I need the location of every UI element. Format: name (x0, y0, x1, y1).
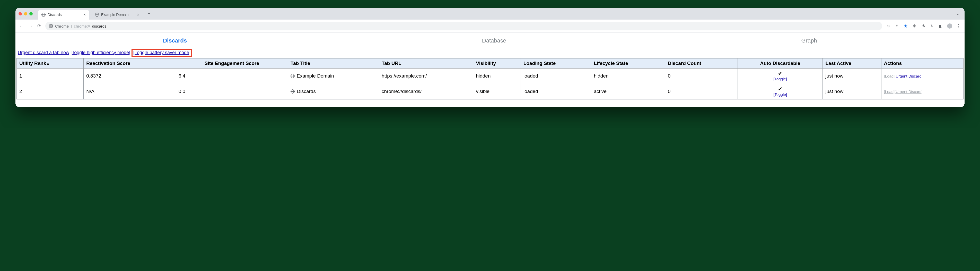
cell-actions: [Load][Urgent Discard] (881, 84, 963, 99)
close-tab-icon[interactable]: × (83, 12, 86, 17)
cell-loading: loaded (520, 69, 591, 84)
toolbar: ← → ⟳ Chrome | chrome://discards ⊕ ⇪ ★ ✥… (16, 19, 964, 33)
col-discard-count[interactable]: Discard Count (665, 59, 738, 69)
subnav-discards[interactable]: Discards (163, 37, 187, 44)
toggle-efficiency-link[interactable]: [Toggle high efficiency mode] (70, 50, 130, 55)
browser-window: Discards × Example Domain × + ⌄ ← → ⟳ Ch… (16, 8, 964, 107)
back-button[interactable]: ← (19, 24, 24, 29)
col-loading-state[interactable]: Loading State (520, 59, 591, 69)
cell-loading: loaded (520, 84, 591, 99)
reload-button[interactable]: ⟳ (37, 23, 42, 29)
urgent-discard-link[interactable]: [Urgent discard a tab now] (16, 50, 70, 55)
page-content: Discards Database Graph [Urgent discard … (16, 33, 964, 107)
bookmark-star-icon[interactable]: ★ (903, 24, 908, 28)
cell-tab-title: Discards (288, 84, 379, 99)
col-actions[interactable]: Actions (881, 59, 963, 69)
close-tab-icon[interactable]: × (137, 12, 139, 17)
extensions-icon[interactable]: ✥ (912, 24, 917, 28)
cell-last-active: just now (823, 84, 881, 99)
omnibox[interactable]: Chrome | chrome://discards (45, 22, 882, 30)
omnibox-separator: | (71, 24, 72, 28)
close-window-icon[interactable] (19, 12, 22, 16)
omnibox-path-dim: chrome:// (74, 24, 90, 28)
toggle-discardable-link[interactable]: [Toggle] (773, 92, 787, 97)
menu-dots-icon[interactable]: ⋮ (956, 24, 961, 28)
chrome-icon (49, 24, 53, 28)
cell-reactivation: 0.8372 (84, 69, 176, 84)
cell-visibility: hidden (473, 69, 520, 84)
check-icon: ✔ (740, 70, 820, 76)
globe-icon (291, 89, 295, 94)
window-controls (19, 12, 33, 16)
col-site-engagement[interactable]: Site Engagement Score (176, 59, 288, 69)
cell-lifecycle: hidden (591, 69, 665, 84)
col-visibility[interactable]: Visibility (473, 59, 520, 69)
cell-rank: 1 (17, 69, 84, 84)
col-tab-url[interactable]: Tab URL (379, 59, 473, 69)
table-row: 2 N/A 0.0 Discards chrome://discards/ vi… (17, 84, 964, 99)
col-reactivation-score[interactable]: Reactivation Score (84, 59, 176, 69)
profile-avatar-icon[interactable] (947, 24, 952, 29)
cell-actions: [Load][Urgent Discard] (881, 69, 963, 84)
col-last-active[interactable]: Last Active (823, 59, 881, 69)
cell-engagement: 6.4 (176, 69, 288, 84)
highlight-box: [Toggle battery saver mode] (132, 49, 192, 57)
forward-button[interactable]: → (28, 24, 33, 29)
share-icon[interactable]: ⇪ (894, 24, 899, 28)
col-tab-title[interactable]: Tab Title (288, 59, 379, 69)
cell-auto-discardable: ✔ [Toggle] (738, 69, 823, 84)
cell-last-active: just now (823, 69, 881, 84)
globe-icon (95, 13, 99, 17)
subnav: Discards Database Graph (16, 33, 964, 49)
side-panel-icon[interactable]: ◧ (938, 24, 943, 28)
urgent-discard-action-link[interactable]: [Urgent Discard] (894, 74, 922, 78)
globe-icon (291, 74, 295, 78)
minimize-window-icon[interactable] (24, 12, 27, 16)
col-label: Utility Rank (19, 61, 46, 66)
cell-lifecycle: active (591, 84, 665, 99)
cell-url: https://example.com/ (379, 69, 473, 84)
col-utility-rank[interactable]: Utility Rank▲ (17, 59, 84, 69)
new-tab-button[interactable]: + (145, 11, 153, 17)
zoom-icon[interactable]: ⊕ (886, 24, 891, 28)
omnibox-path-strong: discards (92, 24, 107, 28)
top-action-links: [Urgent discard a tab now][Toggle high e… (16, 49, 964, 58)
urgent-discard-action-link: [Urgent Discard] (894, 89, 922, 94)
tab-title-text: Discards (297, 89, 316, 94)
table-row: 1 0.8372 6.4 Example Domain https://exam… (17, 69, 964, 84)
table-header-row: Utility Rank▲ Reactivation Score Site En… (17, 59, 964, 69)
toggle-discardable-link[interactable]: [Toggle] (773, 77, 787, 81)
cell-discard-count: 0 (665, 84, 738, 99)
labs-icon[interactable]: ⚗ (921, 24, 926, 28)
subnav-graph[interactable]: Graph (802, 37, 817, 44)
sort-indicator-icon: ▲ (46, 61, 50, 65)
tab-title: Discards (48, 13, 62, 17)
globe-icon (41, 13, 46, 17)
omnibox-prefix: Chrome (55, 24, 69, 28)
browser-tab-inactive[interactable]: Example Domain × (91, 10, 143, 19)
load-action-link: [Load] (884, 89, 895, 94)
cell-discard-count: 0 (665, 69, 738, 84)
col-lifecycle-state[interactable]: Lifecycle State (591, 59, 665, 69)
col-auto-discardable[interactable]: Auto Discardable (738, 59, 823, 69)
cell-url: chrome://discards/ (379, 84, 473, 99)
maximize-window-icon[interactable] (29, 12, 33, 16)
cell-auto-discardable: ✔ [Toggle] (738, 84, 823, 99)
browser-tab-active[interactable]: Discards × (38, 10, 89, 19)
tab-title: Example Domain (101, 13, 129, 17)
subnav-database[interactable]: Database (482, 37, 506, 44)
discards-table: Utility Rank▲ Reactivation Score Site En… (16, 58, 964, 99)
load-action-link: [Load] (884, 74, 895, 78)
toggle-battery-link[interactable]: [Toggle battery saver mode] (133, 50, 191, 55)
history-icon[interactable]: ↻ (929, 24, 934, 28)
tab-list-chevron-icon[interactable]: ⌄ (954, 11, 961, 16)
cell-rank: 2 (17, 84, 84, 99)
titlebar: Discards × Example Domain × + ⌄ (16, 8, 964, 19)
toolbar-right-icons: ⊕ ⇪ ★ ✥ ⚗ ↻ ◧ ⋮ (886, 24, 961, 29)
cell-reactivation: N/A (84, 84, 176, 99)
cell-tab-title: Example Domain (288, 69, 379, 84)
check-icon: ✔ (740, 86, 820, 92)
cell-engagement: 0.0 (176, 84, 288, 99)
tab-title-text: Example Domain (297, 73, 334, 79)
cell-visibility: visible (473, 84, 520, 99)
